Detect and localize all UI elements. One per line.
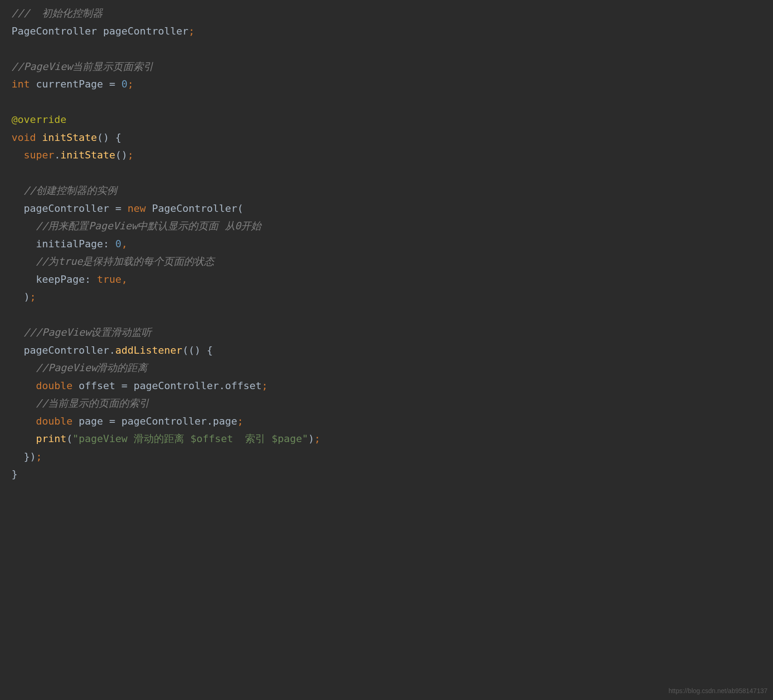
comment-line: //PageView滑动的距离 [12,362,147,373]
comment-line: //为true是保持加载的每个页面的状态 [12,256,214,267]
method-call: pageController. [12,344,115,356]
semicolon: ; [237,415,243,427]
parens: () { [97,132,121,143]
string-literal: "pageView 滑动的距离 $offset 索引 $page" [72,433,308,444]
class-name: PageController [152,203,237,214]
annotation: @override [12,114,66,125]
keyword-new: new [128,203,152,214]
semicolon: ; [128,149,134,161]
variable-name: pageController [97,25,188,37]
semicolon: ; [128,78,134,90]
named-param: initialPage: [12,238,115,250]
parens: () [115,149,128,161]
keyword-void: void [12,132,42,143]
semicolon: ; [36,451,42,462]
assignment: offset = pageController.offset [72,380,262,391]
code-block: /// 初始化控制器 PageController pageController… [12,5,761,484]
comment-line: //当前显示的页面的索引 [12,397,149,409]
comment-line: ///PageView设置滑动监听 [12,327,152,338]
comment-line: /// 初始化控制器 [12,7,103,19]
comment-line: //创建控制器的实例 [12,185,117,196]
comment-line: //PageView当前显示页面索引 [12,61,153,72]
semicolon: ; [30,291,36,303]
brace-close: } [12,468,18,480]
method-name: addListener [115,344,182,356]
method-name: print [36,433,66,444]
number-literal: 0 [121,78,127,90]
keyword-true: true [97,274,121,285]
keyword-super: super [12,149,54,161]
dot: . [54,149,60,161]
watermark-text: https://blog.csdn.net/ab958147137 [668,685,767,697]
keyword-double: double [12,415,72,427]
named-param: keepPage: [12,274,97,285]
comma: , [121,274,127,285]
variable-name: currentPage = [30,78,122,90]
assignment: page = pageController.page [72,415,237,427]
semicolon: ; [262,380,268,391]
method-name: initState [42,132,97,143]
paren-open: ( [237,203,243,214]
paren-close: ) [308,433,314,444]
number-literal: 0 [115,238,121,250]
semicolon: ; [314,433,320,444]
keyword-double: double [12,380,72,391]
lambda-close: }) [12,451,36,462]
paren-close: ) [12,291,30,303]
comma: , [121,238,127,250]
semicolon: ; [188,25,194,37]
comment-line: //用来配置PageView中默认显示的页面 从0开始 [12,220,261,232]
assignment: pageController = [12,203,128,214]
method-name: initState [60,149,115,161]
type-name: PageController [12,25,97,37]
paren-open: ( [66,433,72,444]
indent [12,433,36,444]
lambda-open: (() { [182,344,213,356]
keyword-int: int [12,78,30,90]
